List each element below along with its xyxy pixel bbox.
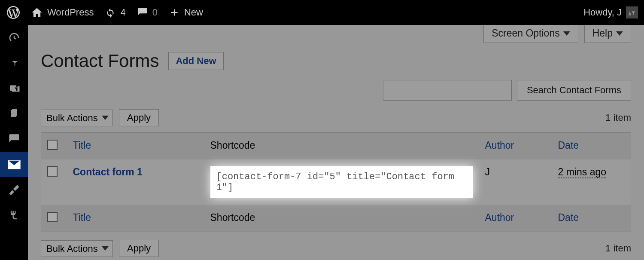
howdy-text: Howdy, J bbox=[583, 7, 622, 18]
col-title-foot[interactable]: Title bbox=[67, 205, 204, 232]
col-date-foot[interactable]: Date bbox=[552, 205, 631, 232]
chevron-down-icon bbox=[563, 31, 570, 36]
avatar bbox=[626, 6, 638, 18]
item-count: 1 item bbox=[605, 112, 631, 123]
col-date[interactable]: Date bbox=[552, 133, 631, 160]
apply-button[interactable]: Apply bbox=[119, 109, 159, 126]
dashboard-icon bbox=[8, 31, 21, 44]
comment-icon bbox=[137, 7, 148, 18]
sidebar-item-dashboard[interactable] bbox=[0, 25, 28, 50]
pin-icon bbox=[8, 57, 20, 69]
home-icon bbox=[31, 6, 43, 18]
site-name: WordPress bbox=[47, 7, 94, 18]
row-date: 2 mins ago bbox=[558, 166, 607, 178]
forms-table: Title Shortcode Author Date Contact form… bbox=[41, 132, 631, 232]
plus-icon bbox=[169, 7, 180, 18]
admin-sidebar bbox=[0, 25, 28, 260]
col-title[interactable]: Title bbox=[67, 133, 204, 160]
row-title-link[interactable]: Contact form 1 bbox=[73, 166, 143, 177]
row-author: J bbox=[479, 159, 552, 205]
pages-icon bbox=[8, 108, 20, 120]
adminbar-new[interactable]: New bbox=[169, 7, 203, 18]
adminbar-home[interactable]: WordPress bbox=[31, 6, 94, 18]
adminbar-updates[interactable]: 4 bbox=[105, 7, 125, 18]
mail-icon bbox=[7, 158, 21, 171]
refresh-icon bbox=[105, 7, 116, 18]
sidebar-item-contact[interactable] bbox=[0, 152, 28, 177]
select-all-checkbox[interactable] bbox=[47, 140, 58, 150]
add-new-button[interactable]: Add New bbox=[168, 52, 223, 70]
comment-icon bbox=[8, 133, 20, 145]
apply-button-bottom[interactable]: Apply bbox=[119, 240, 159, 257]
sidebar-item-media[interactable] bbox=[0, 76, 28, 101]
shortcode-value[interactable]: [contact-form-7 id="5" title="Contact fo… bbox=[210, 166, 473, 198]
col-author[interactable]: Author bbox=[479, 133, 552, 160]
comments-count: 0 bbox=[152, 7, 158, 18]
wordpress-logo-icon[interactable] bbox=[7, 6, 20, 19]
search-input[interactable] bbox=[383, 80, 512, 101]
sidebar-item-comments[interactable] bbox=[0, 126, 28, 152]
col-shortcode: Shortcode bbox=[204, 133, 479, 160]
help-tab[interactable]: Help bbox=[584, 25, 631, 43]
screen-options-label: Screen Options bbox=[492, 28, 560, 39]
admin-bar: WordPress 4 0 New Howdy, J bbox=[0, 0, 644, 25]
row-checkbox[interactable] bbox=[47, 166, 58, 177]
adminbar-comments[interactable]: 0 bbox=[137, 7, 158, 18]
col-author-foot[interactable]: Author bbox=[479, 205, 552, 232]
sidebar-item-appearance[interactable] bbox=[0, 177, 28, 202]
chevron-down-icon bbox=[616, 31, 623, 36]
sidebar-item-pages[interactable] bbox=[0, 101, 28, 126]
page-title: Contact Forms bbox=[41, 51, 159, 71]
screen-options-tab[interactable]: Screen Options bbox=[483, 25, 578, 43]
help-label: Help bbox=[592, 28, 613, 39]
sidebar-item-plugins[interactable] bbox=[0, 202, 28, 228]
updates-count: 4 bbox=[120, 7, 125, 18]
table-row: Contact form 1 [contact-form-7 id="5" ti… bbox=[41, 159, 631, 205]
new-label: New bbox=[184, 7, 203, 18]
col-shortcode-foot: Shortcode bbox=[204, 205, 479, 232]
search-button[interactable]: Search Contact Forms bbox=[517, 80, 631, 101]
media-icon bbox=[8, 82, 21, 95]
adminbar-user[interactable]: Howdy, J bbox=[583, 6, 644, 18]
item-count-bottom: 1 item bbox=[605, 243, 631, 254]
bulk-actions-select-bottom[interactable]: Bulk Actions bbox=[41, 240, 113, 257]
appearance-icon bbox=[8, 184, 20, 196]
bulk-actions-select[interactable]: Bulk Actions bbox=[41, 110, 113, 126]
sidebar-item-posts[interactable] bbox=[0, 50, 28, 76]
plugins-icon bbox=[8, 209, 20, 221]
content-area: Screen Options Help Contact Forms Add Ne… bbox=[28, 25, 644, 260]
select-all-checkbox-bottom[interactable] bbox=[47, 212, 58, 222]
